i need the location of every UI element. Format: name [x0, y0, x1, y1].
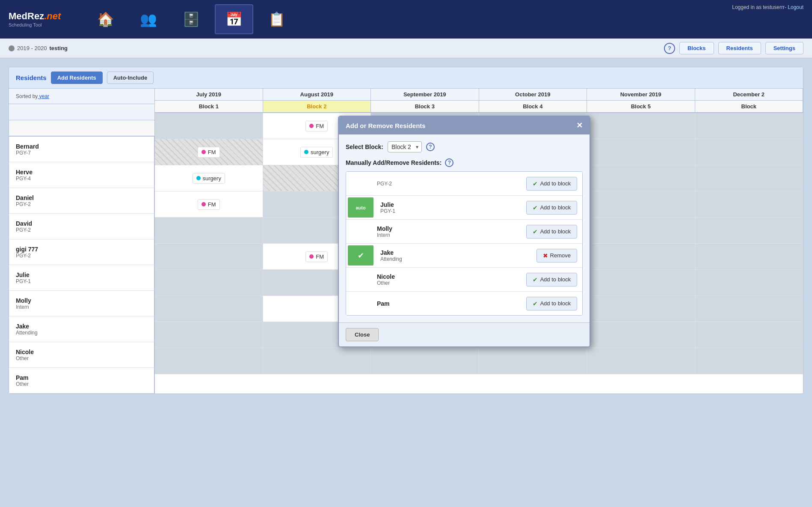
- sched-cell[interactable]: [587, 218, 695, 243]
- add-to-block-button[interactable]: ✔ Add to block: [526, 177, 577, 191]
- help-button[interactable]: ?: [664, 43, 675, 54]
- sched-cell[interactable]: [695, 191, 803, 217]
- tab-residents[interactable]: Residents: [718, 42, 761, 54]
- sched-cell[interactable]: [263, 348, 371, 374]
- sched-cell[interactable]: [155, 244, 263, 269]
- resident-info: Jake Attending: [375, 246, 531, 265]
- block-2-header: Block 2: [263, 101, 371, 112]
- resident-action: ✔ Add to block: [521, 297, 582, 310]
- sched-cell[interactable]: [587, 322, 695, 348]
- year-range: 2019 - 2020: [17, 45, 47, 51]
- add-to-block-button[interactable]: ✔ Add to block: [526, 297, 577, 310]
- resident-action: ✖ Remove: [531, 249, 582, 262]
- dot-cyan-icon: [304, 150, 308, 154]
- sched-cell[interactable]: [587, 191, 695, 217]
- check-icon: ✔: [533, 180, 538, 187]
- assignment-fm: FM: [198, 147, 220, 158]
- manual-help-button[interactable]: ?: [445, 158, 453, 167]
- list-item: auto Julie PGY-1 ✔ Add to block: [346, 196, 582, 220]
- resident-year: PGY-2: [377, 181, 516, 187]
- add-to-block-button[interactable]: ✔ Add to block: [526, 225, 577, 239]
- resident-status: [346, 268, 372, 291]
- block-3-header: Block 3: [371, 101, 479, 112]
- sched-cell[interactable]: [695, 296, 803, 322]
- dot-pink-icon: [309, 124, 314, 128]
- dot-pink-icon: [202, 150, 206, 154]
- block-5-header: Block 5: [587, 101, 695, 112]
- tab-blocks[interactable]: Blocks: [679, 42, 714, 54]
- sched-cell[interactable]: FM: [155, 191, 263, 217]
- tab-settings[interactable]: Settings: [765, 42, 803, 54]
- list-item: PGY-2 ✔ Add to block: [346, 172, 582, 196]
- sched-cell[interactable]: [155, 296, 263, 322]
- sched-cell[interactable]: [371, 348, 479, 374]
- table-row: [155, 348, 803, 374]
- sched-cell[interactable]: [695, 348, 803, 374]
- list-item: gigi 777 PGY-2: [9, 239, 154, 265]
- resident-status: [346, 172, 372, 195]
- sched-cell[interactable]: [587, 348, 695, 374]
- sched-cell[interactable]: [695, 322, 803, 348]
- sched-cell[interactable]: [155, 270, 263, 295]
- sched-cell[interactable]: [587, 139, 695, 165]
- modal-footer: Close: [339, 322, 590, 346]
- add-to-block-button[interactable]: ✔ Add to block: [526, 201, 577, 215]
- list-item: Jake Attending: [9, 316, 154, 342]
- close-button[interactable]: Close: [346, 328, 379, 341]
- sched-cell[interactable]: surgery: [155, 165, 263, 191]
- sched-cell[interactable]: [587, 113, 695, 139]
- sched-cell[interactable]: [155, 113, 263, 139]
- sort-row: Sorted by year: [9, 89, 154, 104]
- sched-cell[interactable]: [695, 218, 803, 243]
- modal-help-button[interactable]: ?: [426, 143, 435, 151]
- add-to-block-button[interactable]: ✔ Add to block: [526, 273, 577, 286]
- list-item: Pam Other: [9, 368, 154, 394]
- sched-cell[interactable]: [695, 244, 803, 269]
- auto-include-button[interactable]: Auto-Include: [107, 72, 154, 84]
- resident-action: ✔ Add to block: [521, 273, 582, 286]
- resident-name: Molly: [377, 225, 516, 232]
- resident-name: Jake: [380, 249, 526, 256]
- list-item: Herve PGY-4: [9, 162, 154, 188]
- sched-cell[interactable]: [155, 322, 263, 348]
- block-select[interactable]: Block 2 Block 1 Block 3 Block 4 Block 5: [388, 141, 422, 152]
- resident-info: Nicole Other: [372, 270, 521, 289]
- sched-cell[interactable]: [695, 113, 803, 139]
- sched-cell[interactable]: [695, 270, 803, 295]
- sched-cell[interactable]: FM: [155, 139, 263, 165]
- resident-info: Julie PGY-1: [375, 198, 521, 218]
- modal-close-button[interactable]: ✕: [576, 121, 583, 130]
- nav-home[interactable]: 🏠: [86, 4, 125, 34]
- resident-column: Sorted by year Bernard PGY-7 Herve PGY-4: [9, 89, 155, 394]
- checked-status: ✔: [348, 245, 373, 265]
- sched-cell[interactable]: [587, 244, 695, 269]
- add-residents-button[interactable]: Add Residents: [51, 72, 103, 84]
- sched-cell[interactable]: [587, 165, 695, 191]
- sort-year-link[interactable]: year: [38, 93, 49, 99]
- modal-body: Select Block: Block 2 Block 1 Block 3 Bl…: [339, 134, 590, 322]
- sched-cell[interactable]: [155, 348, 263, 374]
- resident-info: Pam: [372, 297, 521, 310]
- year-circle-icon: [9, 45, 15, 51]
- sched-cell[interactable]: [695, 165, 803, 191]
- logout-link[interactable]: Logout: [788, 4, 803, 10]
- month-november: November 2019: [587, 89, 695, 100]
- sched-cell[interactable]: [587, 296, 695, 322]
- sched-cell[interactable]: [695, 139, 803, 165]
- sched-cell[interactable]: [155, 218, 263, 243]
- nav-icons: 🏠 👥 🗄️ 📅 📋: [86, 4, 296, 34]
- resident-name: Julie: [380, 201, 516, 208]
- nav-database[interactable]: 🗄️: [172, 4, 210, 34]
- sched-cell[interactable]: [479, 348, 587, 374]
- toolbar: Residents Add Residents Auto-Include: [9, 67, 803, 89]
- sched-cell[interactable]: [587, 270, 695, 295]
- nav-users[interactable]: 👥: [129, 4, 168, 34]
- remove-button[interactable]: ✖ Remove: [536, 249, 577, 262]
- schedule-name: testing: [49, 45, 68, 51]
- list-item: David PGY-2: [9, 214, 154, 239]
- select-block-label: Select Block:: [346, 143, 383, 150]
- nav-schedule[interactable]: 📅: [215, 4, 253, 34]
- nav-calendar[interactable]: 📋: [258, 4, 296, 34]
- x-icon: ✖: [543, 252, 548, 259]
- block-header-row: Block 1 Block 2 Block 3 Block 4 Block 5 …: [155, 101, 803, 113]
